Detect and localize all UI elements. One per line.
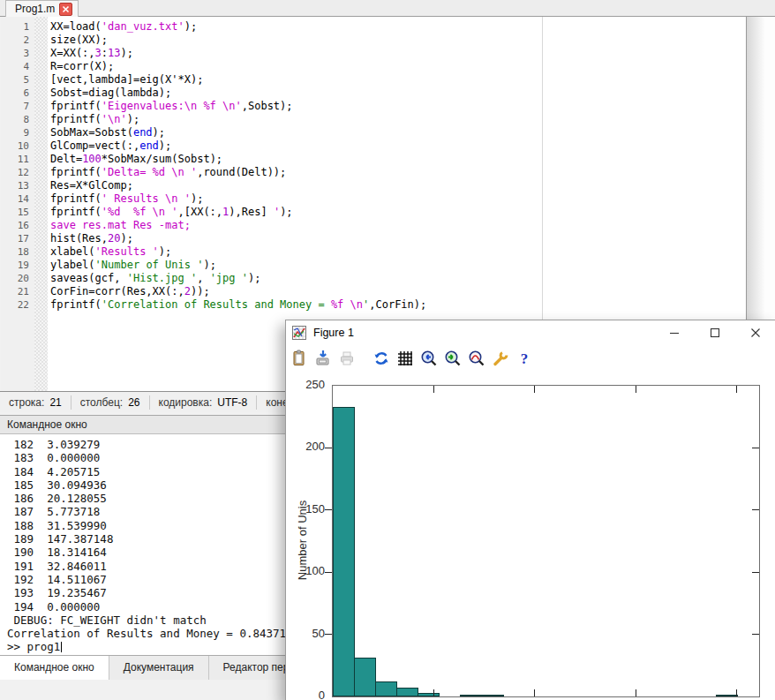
minimize-button[interactable] — [654, 320, 695, 345]
line-number: 22 — [1, 298, 34, 312]
line-number: 21 — [1, 285, 34, 298]
grid-icon[interactable] — [396, 350, 414, 367]
line-number: 3 — [1, 47, 34, 60]
code-token: : — [102, 47, 108, 59]
zoom-out-icon[interactable] — [420, 350, 438, 367]
tab-prog1[interactable]: Prog1.m — [5, 0, 79, 17]
code-token: , — [197, 272, 209, 284]
code-line: Delt=100*SobMax/sum(Sobst); — [50, 153, 746, 166]
code-line: size(XX); — [50, 34, 746, 47]
code-token: ); — [159, 139, 171, 152]
x-tick-top — [636, 386, 636, 393]
line-number: 8 — [1, 113, 34, 126]
command-window-title: Командное окно — [7, 418, 87, 431]
code-token: ); — [159, 245, 171, 258]
figure-title-bar[interactable]: Figure 1 — [286, 320, 775, 346]
code-token: ); — [127, 113, 139, 125]
status-value: 26 — [128, 395, 139, 410]
copy-clipboard-icon[interactable] — [290, 350, 308, 367]
code-token: ,round(Delt)); — [197, 166, 286, 178]
line-number: 20 — [1, 272, 34, 285]
line-number: 16 — [1, 219, 34, 232]
text-caret — [61, 642, 62, 652]
code-token: ,[XX(:, — [178, 206, 223, 218]
breakpoint-margin[interactable] — [34, 17, 48, 391]
histogram-bar — [396, 688, 418, 696]
autoscale-icon[interactable] — [468, 350, 485, 367]
code-line: fprintf('Eigenvalues:\n %f \n',Sobst); — [50, 100, 746, 113]
y-tick-left — [325, 509, 332, 510]
line-number: 1 — [1, 20, 34, 34]
line-number: 12 — [1, 166, 34, 179]
settings-icon[interactable] — [492, 350, 509, 367]
histogram-bar — [418, 693, 440, 696]
y-tick-right — [752, 448, 759, 448]
code-token: 20 — [108, 232, 120, 245]
x-tick-bottom — [636, 689, 636, 696]
y-tick-label: 150 — [290, 502, 325, 516]
x-tick-bottom — [433, 689, 434, 696]
help-icon[interactable]: ? — [515, 350, 533, 367]
code-token: end — [139, 139, 159, 152]
y-tick-right — [752, 634, 759, 635]
code-line: ylabel('Number of Unis '); — [50, 259, 746, 272]
code-token: ); — [248, 272, 260, 284]
code-line: CorFin=corr(Res,XX(:,2)); — [50, 285, 746, 298]
print-icon[interactable] — [338, 350, 356, 367]
line-number-gutter: 12345678910111213141516171819202122 — [1, 17, 34, 391]
refresh-icon[interactable] — [372, 350, 390, 367]
status-label: кодировка: — [159, 395, 213, 410]
figure-canvas[interactable]: Number of Unis 050100150200250 — [286, 372, 775, 700]
code-token: Res=X*GlComp; — [50, 179, 133, 192]
save-icon[interactable] — [314, 350, 332, 367]
close-button[interactable] — [735, 320, 775, 345]
line-number: 4 — [1, 60, 34, 73]
y-tick-right — [752, 572, 759, 573]
code-token: ylabel( — [50, 259, 95, 271]
code-token: [vect,lambda]=eig(X'*X); — [50, 73, 203, 86]
histogram-bar — [333, 407, 355, 696]
code-token: 2 — [184, 285, 191, 297]
figure-window: Figure 1 ? Number of Unis 05010015020025… — [285, 320, 775, 700]
code-token: fprintf( — [50, 206, 102, 218]
code-line: saveas(gcf, 'Hist.jpg ', 'jpg '); — [50, 272, 746, 285]
code-line: R=corr(X); — [50, 60, 746, 73]
dock-tab-2[interactable]: Документация — [109, 656, 209, 680]
line-number: 6 — [1, 87, 34, 100]
code-token: 13 — [108, 47, 120, 59]
octave-ide: Prog1.m 12345678910111213141516171819202… — [0, 0, 775, 700]
code-line: fprintf('\n'); — [50, 113, 746, 126]
status-value: UTF-8 — [217, 395, 247, 410]
code-line: X=XX(:,3:13); — [50, 47, 746, 60]
dock-tab-1[interactable]: Командное окно — [0, 656, 109, 680]
line-number: 19 — [1, 259, 34, 272]
line-number: 18 — [1, 245, 34, 259]
code-token: ); — [191, 192, 203, 205]
status-label: строка: — [9, 395, 44, 410]
code-token: fprintf( — [50, 298, 102, 311]
code-token: fprintf( — [50, 166, 102, 178]
line-number: 10 — [1, 139, 34, 153]
line-number: 9 — [1, 126, 34, 139]
code-token: 'Correlation of Results and Money = — [102, 298, 331, 311]
zoom-in-icon[interactable] — [444, 350, 462, 367]
x-tick-bottom — [534, 689, 535, 696]
histogram-bar — [375, 681, 397, 696]
y-tick-label: 0 — [290, 689, 325, 700]
code-line: hist(Res,20); — [50, 232, 746, 245]
status-label: столбец: — [80, 395, 123, 410]
code-token: saveas(gcf, — [50, 272, 127, 284]
status-segment: столбец:26 — [71, 395, 150, 410]
code-line: SobMax=Sobst(end); — [50, 126, 746, 139]
code-token: *SobMax/sum(Sobst); — [102, 153, 222, 165]
code-line: GlComp=vect(:,end); — [50, 139, 746, 153]
y-tick-label: 200 — [290, 440, 325, 453]
maximize-button[interactable] — [695, 320, 735, 345]
code-token: ); — [120, 232, 132, 245]
close-tab-icon[interactable] — [59, 3, 72, 16]
y-tick-left — [325, 634, 332, 635]
code-token: 'Hist.jpg ' — [127, 272, 197, 284]
code-token: ); — [153, 126, 165, 139]
y-tick-label: 50 — [290, 627, 325, 640]
code-line: Sobst=diag(lambda); — [50, 87, 746, 100]
